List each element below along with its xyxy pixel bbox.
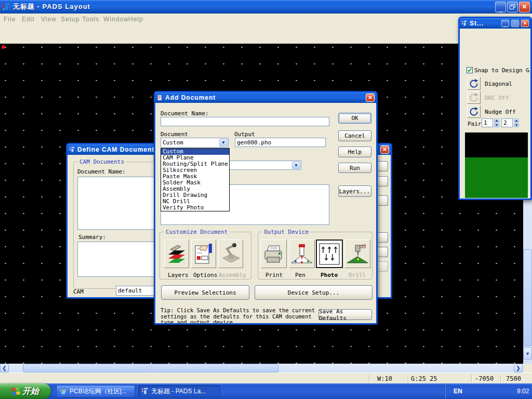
checkmark-icon bbox=[467, 68, 472, 73]
output-file-field[interactable] bbox=[235, 138, 326, 147]
pair-to-field[interactable] bbox=[501, 118, 513, 127]
nudge-off-button[interactable] bbox=[467, 105, 481, 118]
obscured-button[interactable] bbox=[378, 176, 388, 187]
cancel-button[interactable]: Cancel bbox=[338, 130, 371, 141]
status-bar: W:10 G:25 25 -7050 7500 bbox=[0, 373, 532, 384]
clock[interactable]: 9:02 bbox=[517, 388, 529, 395]
diagonal-label: Diagonal bbox=[485, 81, 512, 87]
assembly-icon-disabled bbox=[220, 243, 242, 265]
run-button[interactable]: Run bbox=[338, 163, 371, 173]
restore-icon bbox=[510, 4, 515, 10]
window-title: 无标题 - PADS Layout bbox=[13, 2, 90, 11]
snap-to-grid-checkbox[interactable] bbox=[467, 67, 473, 73]
close-button[interactable]: ✕ bbox=[519, 2, 530, 12]
define-cam-close-button[interactable]: ✕ bbox=[380, 145, 389, 154]
cam-documents-group-label: CAM Documents bbox=[78, 158, 126, 165]
menu-view[interactable]: View bbox=[41, 16, 57, 23]
preview-selections-button[interactable]: Preview Selections bbox=[161, 285, 249, 300]
snap-to-grid-label: Snap to Design Gr bbox=[474, 67, 529, 74]
options-button-label: Options bbox=[193, 272, 217, 278]
obscured-button[interactable] bbox=[378, 232, 388, 243]
document-name-field[interactable] bbox=[161, 117, 329, 126]
dropdown-option-verify-photo[interactable]: Verify Photo bbox=[161, 205, 229, 211]
print-button-label: Print bbox=[265, 272, 283, 278]
pen-device-button[interactable] bbox=[289, 240, 315, 268]
pads-app-icon bbox=[69, 147, 75, 153]
cam-document-icon bbox=[157, 95, 163, 101]
help-button[interactable]: Help bbox=[338, 147, 371, 157]
photo-device-button-selected[interactable] bbox=[316, 240, 343, 268]
palette-maximize-button: □ bbox=[511, 20, 519, 27]
main-titlebar[interactable]: 无标题 - PADS Layout _ ✕ bbox=[0, 0, 532, 14]
customize-document-group-label: Customize Document bbox=[164, 229, 229, 235]
obscured-button[interactable] bbox=[378, 195, 388, 206]
set-layers-button[interactable]: Set Layers... bbox=[338, 185, 371, 197]
tip-line-3: type and output device. bbox=[161, 320, 316, 323]
palette-titlebar[interactable]: St... _ □ ✕ bbox=[460, 18, 530, 29]
menu-help[interactable]: Help bbox=[128, 16, 143, 23]
add-document-titlebar[interactable]: Add Document ✕ bbox=[155, 92, 376, 103]
taskbar: 开始 e PCB论坛网（社区|... 无标题 - PADS La... EN ?… bbox=[0, 383, 532, 399]
add-document-close-button[interactable]: ✕ bbox=[366, 94, 375, 102]
pads-app-icon bbox=[461, 20, 468, 26]
pen-button-label: Pen bbox=[295, 272, 305, 278]
pair-to-spinner[interactable] bbox=[514, 118, 519, 127]
start-label: 开始 bbox=[22, 386, 39, 397]
options-button[interactable] bbox=[191, 240, 216, 268]
diagonal-mode-button[interactable] bbox=[467, 77, 481, 90]
scroll-down-button[interactable]: ▾ bbox=[523, 347, 532, 360]
origin-marker bbox=[2, 45, 5, 49]
taskbar-item-pads[interactable]: 无标题 - PADS La... bbox=[138, 385, 220, 397]
task-label: 无标题 - PADS La... bbox=[151, 387, 206, 396]
scroll-left-button[interactable]: ❮ bbox=[0, 364, 9, 373]
scroll-right-button[interactable]: ❯ bbox=[514, 364, 523, 373]
document-type-dropdown: Custom CAM Plane Routing/Split Plane Sil… bbox=[161, 148, 230, 211]
pair-from-field[interactable] bbox=[482, 118, 493, 127]
toolbar: (H) Top ▼ i bbox=[0, 24, 532, 44]
drill-device-button-disabled bbox=[344, 240, 370, 268]
scrollbar-corner bbox=[523, 364, 532, 373]
minimize-button[interactable]: _ bbox=[495, 2, 506, 12]
ok-button[interactable]: OK bbox=[338, 113, 371, 124]
layers-icon bbox=[166, 243, 187, 265]
obscured-button[interactable] bbox=[378, 247, 388, 257]
document-type-combobox[interactable]: Custom ▼ bbox=[161, 138, 229, 148]
cam-document-list[interactable] bbox=[77, 177, 161, 230]
document-combobox-arrow-icon[interactable]: ▼ bbox=[219, 139, 228, 147]
assembly-button-disabled bbox=[218, 240, 243, 268]
taskbar-item-browser[interactable]: e PCB论坛网（社区|... bbox=[56, 385, 135, 397]
menu-window[interactable]: Window bbox=[103, 16, 129, 23]
screen: 无标题 - PADS Layout _ ✕ File Edit View Set… bbox=[0, 0, 532, 399]
pair-from-spinner[interactable] bbox=[494, 118, 499, 127]
vertical-scroll-thumb[interactable] bbox=[523, 249, 532, 346]
language-indicator[interactable]: EN bbox=[454, 388, 462, 395]
pads-app-icon bbox=[2, 3, 10, 11]
horizontal-scroll-thumb[interactable] bbox=[23, 364, 278, 373]
obscured-button[interactable] bbox=[378, 161, 388, 171]
device-setup-button[interactable]: Device Setup... bbox=[255, 285, 373, 300]
photo-button-label: Photo bbox=[321, 272, 338, 278]
task-label: PCB论坛网（社区|... bbox=[70, 387, 127, 396]
start-button[interactable]: 开始 bbox=[0, 383, 51, 399]
tip-text: Tip: Click Save As Defaults to save the … bbox=[161, 308, 316, 323]
menu-edit[interactable]: Edit bbox=[22, 16, 35, 23]
pads-app-icon bbox=[141, 388, 149, 395]
document-name-label: Document Name: bbox=[161, 110, 209, 117]
rotate-icon-disabled bbox=[469, 93, 478, 102]
palette-minimize-button[interactable]: _ bbox=[501, 20, 509, 27]
layers-button[interactable] bbox=[164, 240, 189, 268]
restore-button[interactable] bbox=[507, 2, 518, 12]
layer-combobox-arrow-icon[interactable]: ▼ bbox=[292, 162, 300, 169]
menu-tools[interactable]: Tools bbox=[82, 16, 99, 23]
add-document-dialog: Add Document ✕ Document Name: OK Cancel … bbox=[154, 91, 378, 325]
menubar: File Edit View Setup Tools Window Help bbox=[0, 14, 532, 25]
save-as-defaults-button[interactable]: Save As Defaults bbox=[318, 309, 372, 320]
output-label: Output bbox=[234, 131, 255, 138]
menu-setup[interactable]: Setup bbox=[61, 16, 79, 23]
palette-close-button[interactable]: ✕ bbox=[521, 20, 529, 27]
horizontal-scrollbar[interactable]: ❮ ❯ bbox=[0, 364, 523, 373]
tray-separator bbox=[445, 384, 446, 398]
print-device-button[interactable] bbox=[261, 240, 287, 268]
nudge-off-label: Nudge Off bbox=[485, 109, 516, 115]
menu-file[interactable]: File bbox=[4, 16, 16, 23]
